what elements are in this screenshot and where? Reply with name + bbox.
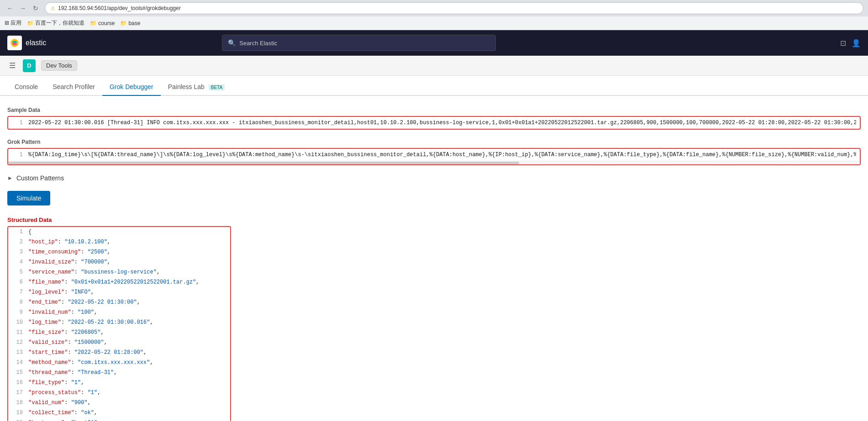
back-button[interactable]: ← bbox=[5, 3, 16, 14]
svg-point-2 bbox=[12, 42, 17, 45]
tab-search-profiler[interactable]: Search Profiler bbox=[45, 79, 102, 96]
search-input[interactable] bbox=[239, 40, 490, 47]
structured-data-section: Structured Data 1 { 2 "host_ip": "10.10.… bbox=[7, 216, 861, 421]
sd-line-15: 15 "thread_name": "Thread-31", bbox=[8, 368, 230, 378]
sd-num-4: 4 bbox=[12, 258, 23, 266]
sd-num-14: 14 bbox=[12, 358, 23, 367]
sd-num-15: 15 bbox=[12, 368, 23, 377]
sd-num-13: 13 bbox=[12, 348, 23, 357]
simulate-button[interactable]: Simulate bbox=[7, 191, 50, 205]
tab-painless-lab[interactable]: Painless Lab BETA bbox=[161, 79, 232, 96]
sample-data-section: Sample Data 1 2022-05-22 01:30:00.016 [T… bbox=[7, 107, 861, 130]
sd-content-8: "end_time": "2022-05-22 01:30:00", bbox=[28, 298, 226, 306]
sample-data-editor[interactable]: 1 2022-05-22 01:30:00.016 [Thread-31] IN… bbox=[7, 116, 861, 130]
elastic-logo-icon bbox=[7, 36, 22, 50]
monitor-icon[interactable]: ⊡ bbox=[840, 39, 846, 47]
sd-line-1: 1 { bbox=[8, 227, 230, 237]
sd-num-8: 8 bbox=[12, 298, 23, 306]
main-content: Sample Data 1 2022-05-22 01:30:00.016 [T… bbox=[0, 96, 868, 421]
sd-line-2: 2 "host_ip": "10.10.2.100", bbox=[8, 237, 230, 247]
sd-content-20: "host_name": "host01" bbox=[28, 419, 226, 421]
bookmark-baidu[interactable]: 📁 百度一下，你就知道 bbox=[27, 19, 84, 27]
sample-line-content[interactable]: 2022-05-22 01:30:00.016 [Thread-31] INFO… bbox=[28, 119, 856, 127]
sd-num-1: 1 bbox=[12, 228, 23, 236]
sd-content-13: "start_time": "2022-05-22 01:28:00", bbox=[28, 348, 226, 357]
address-bar[interactable]: ⚠ 192.168.50.94:5601/app/dev_tools#/grok… bbox=[45, 2, 863, 14]
elastic-logo[interactable]: elastic bbox=[7, 36, 46, 50]
sd-num-10: 10 bbox=[12, 318, 23, 326]
folder-icon-2: 📁 bbox=[90, 20, 97, 26]
sd-line-3: 3 "time_consuming": "2500", bbox=[8, 247, 230, 257]
sd-line-7: 7 "log_level": "INFO", bbox=[8, 287, 230, 297]
sd-line-19: 19 "collect_time": "ok", bbox=[8, 408, 230, 418]
sd-content-10: "log_time": "2022-05-22 01:30:00.016", bbox=[28, 318, 226, 326]
sd-num-19: 19 bbox=[12, 409, 23, 417]
grok-pattern-label: Grok Pattern bbox=[7, 139, 861, 145]
sd-line-16: 16 "file_type": "1", bbox=[8, 378, 230, 388]
bookmark-base[interactable]: 📁 base bbox=[120, 20, 140, 26]
sd-num-20: 20 bbox=[12, 419, 23, 421]
sd-content-14: "method_name": "com.itxs.xxx.xxx.xxx", bbox=[28, 358, 226, 367]
custom-patterns-label: Custom Patterns bbox=[16, 174, 64, 182]
sd-content-4: "invalid_size": "700000", bbox=[28, 258, 226, 266]
tab-grok-debugger[interactable]: Grok Debugger bbox=[102, 79, 161, 96]
sd-line-17: 17 "process_status": "1", bbox=[8, 388, 230, 398]
sd-num-12: 12 bbox=[12, 338, 23, 347]
sd-line-12: 12 "valid_size": "1500000", bbox=[8, 337, 230, 347]
sd-content-17: "process_status": "1", bbox=[28, 389, 226, 397]
chevron-right-icon: ► bbox=[7, 175, 13, 181]
sd-num-5: 5 bbox=[12, 268, 23, 276]
sd-num-6: 6 bbox=[12, 278, 23, 286]
apps-label: 应用 bbox=[11, 20, 21, 26]
grok-line-num: 1 bbox=[12, 151, 23, 159]
nav-buttons: ← → ↻ bbox=[5, 3, 41, 14]
sd-content-3: "time_consuming": "2500", bbox=[28, 248, 226, 256]
sd-line-6: 6 "file_name": "0x01+0x01a1+202205220125… bbox=[8, 277, 230, 287]
sd-content-18: "valid_num": "900", bbox=[28, 399, 226, 407]
sd-line-18: 18 "valid_num": "900", bbox=[8, 398, 230, 408]
lock-icon: ⚠ bbox=[51, 5, 55, 11]
sd-num-3: 3 bbox=[12, 248, 23, 256]
sd-content-1: { bbox=[28, 228, 226, 236]
folder-icon: 📁 bbox=[27, 20, 34, 26]
sd-line-9: 9 "invalid_num": "100", bbox=[8, 307, 230, 317]
browser-bar: ← → ↻ ⚠ 192.168.50.94:5601/app/dev_tools… bbox=[0, 0, 868, 16]
custom-patterns-row[interactable]: ► Custom Patterns bbox=[7, 174, 861, 182]
elastic-logo-text: elastic bbox=[26, 39, 46, 47]
sd-content-12: "valid_size": "1500000", bbox=[28, 338, 226, 347]
devtools-bar: ☰ D Dev Tools bbox=[0, 56, 868, 76]
grok-line-content[interactable]: %{DATA:log_time}\s\[%{DATA:thread_name}\… bbox=[28, 151, 856, 159]
devtools-badge[interactable]: Dev Tools bbox=[41, 60, 77, 71]
forward-button[interactable]: → bbox=[17, 3, 28, 14]
elastic-search-bar[interactable]: 🔍 bbox=[222, 35, 496, 51]
hamburger-button[interactable]: ☰ bbox=[7, 59, 17, 72]
user-icon[interactable]: 👤 bbox=[852, 39, 861, 47]
grok-pattern-editor[interactable]: 1 %{DATA:log_time}\s\[%{DATA:thread_name… bbox=[7, 148, 861, 165]
header-right-icons: ⊡ 👤 bbox=[840, 39, 861, 47]
sd-num-11: 11 bbox=[12, 328, 23, 337]
reload-button[interactable]: ↻ bbox=[30, 3, 41, 14]
sample-data-line-1: 1 2022-05-22 01:30:00.016 [Thread-31] IN… bbox=[8, 117, 860, 129]
sd-line-11: 11 "file_size": "2206805", bbox=[8, 327, 230, 337]
sd-num-18: 18 bbox=[12, 399, 23, 407]
sd-line-5: 5 "service_name": "bussiness-log-service… bbox=[8, 267, 230, 277]
sd-line-4: 4 "invalid_size": "700000", bbox=[8, 257, 230, 267]
sd-num-16: 16 bbox=[12, 379, 23, 387]
folder-icon-3: 📁 bbox=[120, 20, 127, 26]
sd-content-11: "file_size": "2206805", bbox=[28, 328, 226, 337]
bookmark-apps[interactable]: ⊞ 应用 bbox=[5, 19, 21, 27]
bookmark-course[interactable]: 📁 course bbox=[90, 20, 115, 26]
sd-content-15: "thread_name": "Thread-31", bbox=[28, 368, 226, 377]
sd-line-13: 13 "start_time": "2022-05-22 01:28:00", bbox=[8, 347, 230, 358]
tab-navigation: Console Search Profiler Grok Debugger Pa… bbox=[0, 76, 868, 96]
tab-console[interactable]: Console bbox=[7, 79, 45, 96]
sd-content-19: "collect_time": "ok", bbox=[28, 409, 226, 417]
sample-data-label: Sample Data bbox=[7, 107, 861, 113]
sd-line-14: 14 "method_name": "com.itxs.xxx.xxx.xxx"… bbox=[8, 358, 230, 368]
grok-scrollbar[interactable] bbox=[8, 161, 860, 164]
sd-content-6: "file_name": "0x01+0x01a1+20220522012522… bbox=[28, 278, 226, 286]
sd-num-2: 2 bbox=[12, 238, 23, 246]
structured-data-box: 1 { 2 "host_ip": "10.10.2.100", 3 "time_… bbox=[7, 226, 231, 421]
user-avatar[interactable]: D bbox=[23, 59, 36, 72]
grok-pattern-section: Grok Pattern 1 %{DATA:log_time}\s\[%{DAT… bbox=[7, 139, 861, 165]
